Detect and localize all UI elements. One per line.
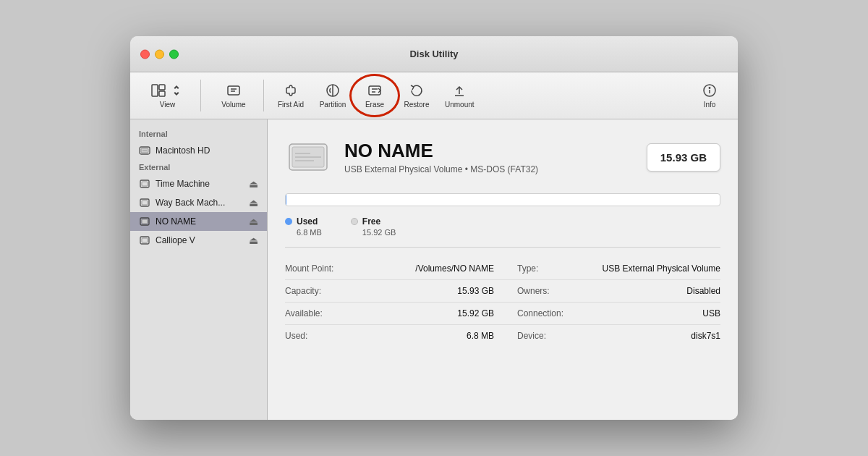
available-row: Available: 15.92 GB <box>285 303 503 325</box>
storage-bar <box>285 193 720 206</box>
used-dot <box>285 218 292 225</box>
connection-label: Connection: <box>517 308 563 318</box>
usb-drive-icon-3 <box>139 216 150 227</box>
disk-utility-window: Disk Utility View <box>130 36 738 420</box>
close-button[interactable] <box>140 49 150 59</box>
volume-icon <box>226 83 242 98</box>
sidebar-item-time-machine[interactable]: Time Machine ⏏ <box>130 174 267 193</box>
erase-icon <box>367 83 383 98</box>
sidebar-item-wayback[interactable]: Way Back Mach... ⏏ <box>130 193 267 212</box>
usb-drive-icon-4 <box>139 235 150 246</box>
info-col-right: Type: USB External Physical Volume Owner… <box>503 258 720 347</box>
right-panel: NO NAME USB External Physical Volume • M… <box>268 119 738 420</box>
info-col-left: Mount Point: /Volumes/NO NAME Capacity: … <box>285 258 503 347</box>
volume-button[interactable]: Volume <box>214 80 253 111</box>
restore-label: Restore <box>404 101 429 109</box>
mount-point-value: /Volumes/NO NAME <box>415 263 494 274</box>
external-section-label: External <box>130 160 267 174</box>
volume-name: NO NAME <box>344 140 634 162</box>
sidebar-item-name: Macintosh HD <box>156 145 258 156</box>
free-legend: Free 15.92 GB <box>351 216 396 237</box>
volume-label: Volume <box>221 101 245 109</box>
storage-bar-fill <box>286 194 286 206</box>
info-label: Info <box>704 101 716 109</box>
sidebar-item-macintosh-hd[interactable]: Macintosh HD <box>130 141 267 160</box>
svg-rect-1 <box>159 85 165 90</box>
sidebar-item-noname[interactable]: NO NAME ⏏ <box>130 212 267 231</box>
restore-icon <box>409 83 425 98</box>
view-label: View <box>160 101 176 109</box>
view-button[interactable]: View <box>145 80 190 111</box>
free-dot <box>351 218 358 225</box>
type-value: USB External Physical Volume <box>603 263 720 274</box>
partition-icon <box>325 83 341 98</box>
sidebar-item-name: Time Machine <box>156 179 242 189</box>
free-label: Free <box>351 216 396 227</box>
svg-rect-26 <box>142 238 148 242</box>
volume-header: NO NAME USB External Physical Volume • M… <box>285 134 720 180</box>
free-value: 15.92 GB <box>351 228 396 237</box>
available-label: Available: <box>285 308 323 318</box>
erase-label: Erase <box>365 101 384 109</box>
type-row: Type: USB External Physical Volume <box>503 258 720 280</box>
unmount-button[interactable]: Unmount <box>439 80 480 111</box>
device-label: Device: <box>517 331 546 341</box>
eject-icon[interactable]: ⏏ <box>249 235 258 246</box>
toolbar: View Volume First Aid <box>130 72 738 119</box>
used-value: 6.8 MB <box>285 228 322 237</box>
used-row-label: Used: <box>285 331 307 341</box>
svg-rect-0 <box>152 85 158 96</box>
volume-subtitle: USB External Physical Volume • MS-DOS (F… <box>344 164 634 174</box>
info-button[interactable]: Info <box>690 80 729 111</box>
view-group: View <box>139 80 201 111</box>
used-legend: Used 6.8 MB <box>285 216 322 237</box>
owners-value: Disabled <box>686 286 720 296</box>
partition-label: Partition <box>320 101 346 109</box>
restore-button[interactable]: Restore <box>397 80 436 111</box>
fullscreen-button[interactable] <box>169 49 179 59</box>
first-aid-label: First Aid <box>278 101 304 109</box>
owners-row: Owners: Disabled <box>503 280 720 303</box>
divider <box>285 247 720 248</box>
svg-rect-8 <box>369 86 380 95</box>
svg-rect-24 <box>142 219 148 224</box>
svg-rect-3 <box>228 86 239 95</box>
unmount-label: Unmount <box>445 101 475 109</box>
used-row-value: 6.8 MB <box>467 331 494 341</box>
minimize-button[interactable] <box>155 49 164 59</box>
used-row: Used: 6.8 MB <box>285 325 503 347</box>
view-icon <box>150 83 184 98</box>
eject-icon[interactable]: ⏏ <box>249 216 258 227</box>
main-content: Internal Macintosh HD External Time Mach… <box>130 119 738 420</box>
sidebar: Internal Macintosh HD External Time Mach… <box>130 119 268 420</box>
sidebar-item-name: NO NAME <box>156 216 242 227</box>
eject-icon[interactable]: ⏏ <box>249 178 258 190</box>
sidebar-item-calliope[interactable]: Calliope V ⏏ <box>130 231 267 250</box>
svg-rect-2 <box>159 91 165 96</box>
used-label: Used <box>285 216 322 227</box>
usb-drive-icon-2 <box>139 197 150 208</box>
first-aid-button[interactable]: First Aid <box>271 80 310 111</box>
mount-point-row: Mount Point: /Volumes/NO NAME <box>285 258 503 280</box>
window-title: Disk Utility <box>409 48 458 59</box>
erase-button[interactable]: Erase <box>355 80 394 111</box>
volume-drive-icon <box>285 134 331 180</box>
first-aid-icon <box>283 83 299 98</box>
device-value: disk7s1 <box>691 331 720 341</box>
eject-icon[interactable]: ⏏ <box>249 197 258 208</box>
partition-button[interactable]: Partition <box>313 80 352 111</box>
volume-group: Volume <box>208 80 264 111</box>
type-label: Type: <box>517 263 538 274</box>
sidebar-item-name: Calliope V <box>156 235 242 245</box>
unmount-icon <box>451 83 467 98</box>
storage-legend: Used 6.8 MB Free 15.92 GB <box>285 216 720 237</box>
traffic-lights <box>140 49 179 59</box>
capacity-label: Capacity: <box>285 286 321 296</box>
capacity-row: Capacity: 15.93 GB <box>285 280 503 303</box>
available-value: 15.92 GB <box>457 308 494 318</box>
volume-size-badge: 15.93 GB <box>647 143 720 172</box>
capacity-value: 15.93 GB <box>457 286 494 296</box>
volume-info: NO NAME USB External Physical Volume • M… <box>344 140 634 174</box>
svg-point-15 <box>709 88 710 88</box>
owners-label: Owners: <box>517 286 550 296</box>
